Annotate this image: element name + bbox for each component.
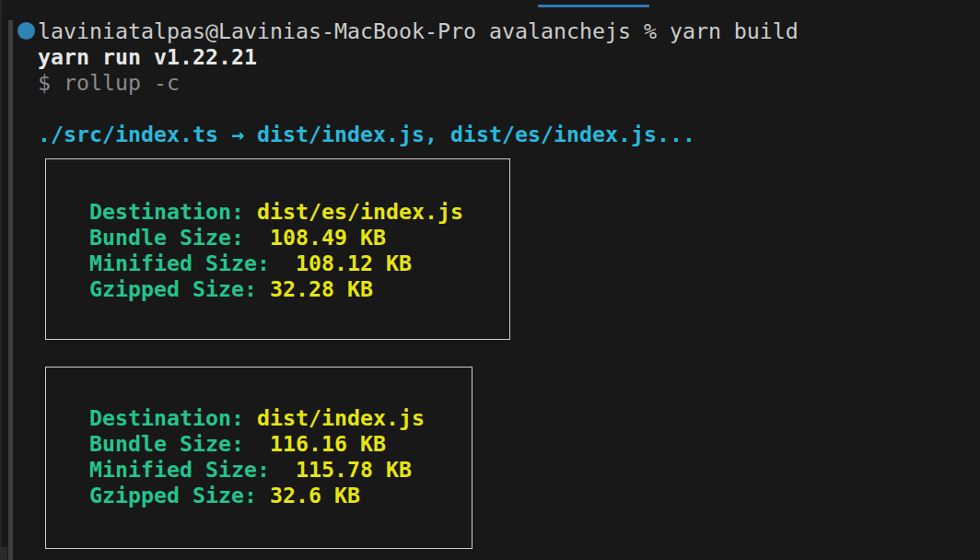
main-gzipped-size-line-seg-2: [257, 483, 270, 508]
es-bundle-size-line-seg-2: [244, 225, 270, 250]
main-minified-size-line-seg-3: 115.78 KB: [296, 457, 412, 482]
main-bundle-size-line: Bundle Size: 116.16 KB: [38, 431, 386, 457]
es-destination-line-seg-3: dist/es/index.js: [257, 199, 463, 224]
main-bundle-size-line-seg-2: [244, 431, 270, 456]
main-gzipped-size-line-seg-0: [38, 483, 89, 508]
es-minified-size-line-seg-0: [38, 251, 89, 275]
yarn-version-line: yarn run v1.22.21: [38, 44, 257, 70]
es-minified-size-line-seg-1: Minified Size:: [89, 251, 270, 275]
main-minified-size-line-seg-1: Minified Size:: [89, 457, 270, 482]
main-destination-line-seg-0: [38, 405, 89, 430]
es-gzipped-size-line-seg-0: [38, 276, 89, 301]
rollup-target-line: ./src/index.ts → dist/index.js, dist/es/…: [38, 122, 695, 147]
main-destination-line: Destination: dist/index.js: [38, 405, 425, 431]
es-gzipped-size-line: Gzipped Size: 32.28 KB: [38, 276, 373, 302]
es-destination-line-seg-0: [38, 199, 89, 224]
es-destination-line-seg-2: [244, 199, 257, 224]
es-gzipped-size-line-seg-2: [257, 276, 270, 301]
main-bundle-size-line-seg-1: Bundle Size:: [89, 431, 244, 456]
es-bundle-size-line: Bundle Size: 108.49 KB: [38, 225, 386, 251]
prompt-line-seg-0: laviniatalpas@Lavinias-MacBook-Pro avala…: [38, 18, 799, 43]
active-tab-indicator: [538, 5, 649, 7]
main-bundle-size-line-seg-0: [38, 431, 89, 456]
yarn-version-line-seg-0: yarn run v1.22.21: [38, 44, 257, 69]
main-minified-size-line: Minified Size: 115.78 KB: [38, 457, 412, 483]
es-bundle-size-line-seg-3: 108.49 KB: [270, 225, 386, 250]
es-minified-size-line-seg-3: 108.12 KB: [296, 251, 412, 275]
es-bundle-size-line-seg-1: Bundle Size:: [89, 225, 244, 250]
prompt-line: laviniatalpas@Lavinias-MacBook-Pro avala…: [38, 18, 799, 44]
main-destination-line-seg-3: dist/index.js: [257, 405, 425, 430]
es-gzipped-size-line-seg-3: 32.28 KB: [270, 276, 373, 301]
main-gzipped-size-line: Gzipped Size: 32.6 KB: [38, 483, 360, 508]
main-bundle-size-line-seg-3: 116.16 KB: [270, 431, 386, 456]
es-destination-line-seg-1: Destination:: [89, 199, 244, 224]
main-minified-size-line-seg-0: [38, 457, 89, 482]
es-destination-line: Destination: dist/es/index.js: [38, 199, 463, 225]
es-gzipped-size-line-seg-1: Gzipped Size:: [89, 276, 257, 301]
main-destination-line-seg-2: [244, 405, 257, 430]
es-bundle-size-line-seg-0: [38, 225, 89, 250]
es-minified-size-line-seg-2: [270, 251, 296, 275]
shell-command-line-seg-0: $ rollup -c: [38, 70, 180, 95]
shell-command-line: $ rollup -c: [38, 70, 180, 96]
main-minified-size-line-seg-2: [270, 457, 296, 482]
main-destination-line-seg-1: Destination:: [89, 405, 244, 430]
main-gzipped-size-line-seg-1: Gzipped Size:: [89, 483, 257, 508]
terminal-output: laviniatalpas@Lavinias-MacBook-Pro avala…: [0, 18, 980, 560]
terminal-panel[interactable]: laviniatalpas@Lavinias-MacBook-Pro avala…: [0, 0, 980, 560]
main-gzipped-size-line-seg-3: 32.6 KB: [270, 483, 360, 508]
es-minified-size-line: Minified Size: 108.12 KB: [38, 251, 412, 276]
rollup-target-line-seg-0: ./src/index.ts → dist/index.js, dist/es/…: [38, 122, 695, 146]
